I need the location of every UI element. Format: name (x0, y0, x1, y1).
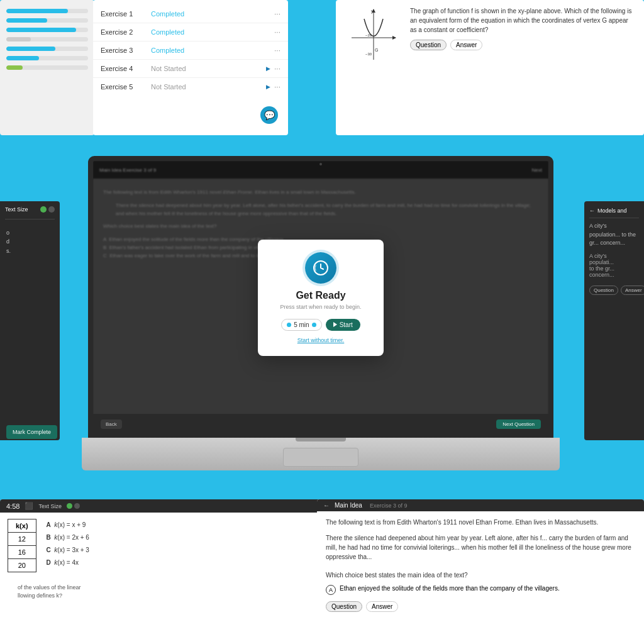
progress-bar-6 (6, 56, 88, 60)
exercise-status-1: Completed (151, 10, 274, 18)
exercise-row-4: Exercise 4 Not Started ▶ ··· (93, 60, 288, 78)
next-question-button[interactable]: Next Question (496, 419, 541, 429)
right-answer-btn[interactable]: Answer (621, 286, 644, 295)
exercise-name-3: Exercise 3 (101, 47, 151, 54)
exercise-status-3: Completed (151, 47, 274, 54)
screen-bottom-nav: Back Next Question (93, 414, 548, 434)
progress-bar-5 (6, 47, 88, 51)
bottom-textsize-label: Text Size (38, 503, 62, 509)
webcam (319, 163, 322, 165)
chat-bubble[interactable]: 💬 (260, 106, 278, 124)
get-ready-modal: Get Ready Press start when ready to begi… (258, 240, 384, 356)
textsize-label: Text Size (5, 206, 28, 213)
br-question-btn[interactable]: Question (326, 601, 362, 612)
laptop-base (82, 438, 560, 470)
progress-bar-7 (6, 65, 88, 70)
start-icon (333, 322, 337, 327)
exercise-dots-3: ··· (274, 46, 280, 55)
modal-timer-row: 5 min Start (268, 319, 374, 331)
textsize-circle-2 (48, 206, 55, 213)
mark-complete-button[interactable]: Mark Complete (6, 425, 57, 439)
br-answer-btn[interactable]: Answer (366, 601, 398, 612)
exercise-dots-2: ··· (274, 28, 280, 36)
table-header: k(x) (8, 519, 36, 533)
bottom-right-title: Main Idea (335, 502, 362, 509)
exercise-status-2: Completed (151, 28, 274, 36)
progress-bar-1 (6, 9, 88, 13)
exercise-row-2: Exercise 2 Completed ··· (93, 23, 288, 42)
exercise-dots-1: ··· (274, 9, 280, 18)
option-b[interactable]: B k(x) = 2x + 6 (47, 531, 89, 544)
progress-bar-3 (6, 28, 88, 32)
bottom-right-answer-row: A Ethan enjoyed the solitude of the fiel… (317, 582, 644, 597)
exercise-play-4[interactable]: ▶ (266, 65, 270, 72)
exercise-list-panel: Exercise 1 Completed ··· Exercise 2 Comp… (93, 0, 288, 135)
exercise-play-5[interactable]: ▶ (266, 84, 270, 90)
right-panel-body: A city's population... to the gr... conc… (589, 222, 639, 248)
option-a[interactable]: A k(x) = x + 9 (47, 519, 89, 531)
table-row-3: 20 (8, 559, 36, 572)
bottom-circle-grey (74, 503, 80, 509)
svg-text:G: G (375, 48, 378, 52)
bottom-right-reading-intro: The following text is from Edith Wharton… (317, 511, 644, 533)
textsize-content: o d s. (0, 223, 60, 258)
answer-text-a: Ethan enjoyed the solitude of the fields… (340, 585, 560, 592)
exercise-dots-5: ··· (274, 82, 280, 91)
svg-marker-7 (392, 36, 396, 40)
table-row-2: 16 (8, 546, 36, 559)
math-panel: y −20 −30 G The graph of function f is s… (336, 0, 644, 135)
timer-label: 5 min (294, 321, 309, 328)
laptop-trackpad (283, 448, 358, 467)
modal-icon (305, 252, 336, 284)
right-panel-city-text: A city'spopulati...to the gr...concern..… (589, 253, 639, 278)
bottom-back-btn[interactable]: ← (323, 502, 330, 509)
answer-btn[interactable]: Answer (450, 40, 482, 50)
bottom-right-reading-body: There the silence had deepened about him… (317, 533, 644, 568)
bottom-right-toolbar: ← Main Idea Exercise 3 of 9 (317, 499, 644, 511)
bottom-left-toolbar: 4:58 ⬛ Text Size (0, 499, 327, 513)
modal-overlay: Get Ready Press start when ready to begi… (93, 161, 548, 434)
bottom-left-panel: 4:58 ⬛ Text Size k(x) 12 16 20 A (0, 499, 327, 644)
option-d[interactable]: D k(x) = 4x (47, 557, 89, 569)
exercise-status-4: Not Started (151, 65, 266, 72)
math-problem-text: The graph of function f is shown in the … (410, 6, 633, 35)
laptop-screen: Main Idea Exercise 3 of 9 Next The follo… (88, 156, 553, 439)
answer-letter-a: A (326, 585, 336, 595)
modal-title: Get Ready (268, 290, 374, 301)
textsize-panel: Text Size o d s. (0, 201, 60, 440)
laptop: Main Idea Exercise 3 of 9 Next The follo… (82, 156, 560, 470)
right-panel-back[interactable]: ← (589, 208, 595, 214)
modal-subtitle: Press start when ready to begin. (268, 304, 374, 310)
timer-dot-right (312, 323, 316, 327)
exercise-row-1: Exercise 1 Completed ··· (93, 5, 288, 23)
exercise-name-4: Exercise 4 (101, 65, 151, 72)
timer-display: 4:58 (6, 502, 19, 510)
start-button[interactable]: Start (326, 319, 360, 331)
bottom-right-exercise-label: Exercise 3 of 9 (370, 502, 408, 509)
exercise-name-5: Exercise 5 (101, 83, 151, 91)
option-c[interactable]: C k(x) = 3x + 3 (47, 544, 89, 557)
bottom-right-options-row: Question Answer (317, 597, 644, 616)
timer-dot-left (287, 323, 291, 327)
table-row-1: 12 (8, 533, 36, 546)
no-timer-link[interactable]: Start without timer. (268, 337, 374, 343)
math-options: A k(x) = x + 9 B k(x) = 2x + 6 C k(x) = … (47, 519, 89, 569)
start-label: Start (340, 321, 353, 328)
clock-icon (312, 259, 330, 277)
question-btn[interactable]: Question (410, 40, 447, 50)
exercise-status-5: Not Started (151, 83, 266, 91)
laptop-notch (296, 438, 346, 441)
svg-text:−30: −30 (365, 52, 372, 56)
timer-pill: 5 min (281, 319, 321, 331)
footnote-2: llowing defines k? (8, 592, 319, 600)
bottom-right-question: Which choice best states the main idea o… (317, 568, 644, 582)
math-graph: y −20 −30 G (348, 6, 399, 63)
progress-bars-panel (0, 0, 94, 135)
bottom-circle-green (67, 503, 72, 509)
right-question-btn[interactable]: Question (589, 286, 618, 295)
back-nav-button[interactable]: Back (101, 419, 122, 429)
progress-bar-4 (6, 37, 88, 42)
right-panel-title: Models and (597, 208, 627, 214)
exercise-dots-4: ··· (274, 64, 280, 73)
progress-bar-2 (6, 18, 88, 23)
